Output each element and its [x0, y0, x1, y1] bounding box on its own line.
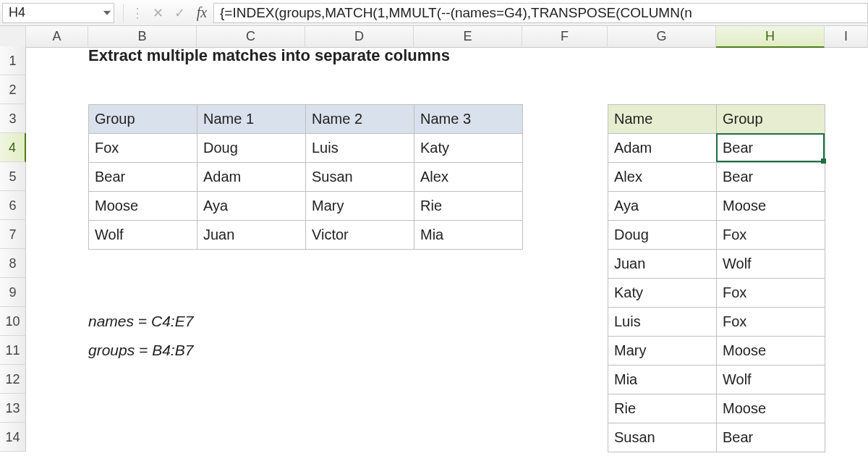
table-row: AlexBear — [608, 163, 825, 192]
table-header-row: Name Group — [608, 105, 825, 134]
lookup-table: Name Group AdamBear AlexBear AyaMoose Do… — [608, 104, 825, 452]
cell[interactable]: Wolf — [717, 250, 825, 279]
table-row: Fox Doug Luis Katy — [89, 134, 523, 163]
row-header-2[interactable]: 2 — [0, 75, 26, 104]
row-header-4[interactable]: 4 — [0, 133, 26, 162]
cell[interactable]: Moose — [717, 337, 825, 366]
row-header-8[interactable]: 8 — [0, 249, 26, 278]
cell[interactable]: Moose — [89, 192, 197, 221]
cell[interactable]: Mary — [306, 192, 414, 221]
col-header-C[interactable]: C — [197, 26, 305, 48]
note-groups: groups = B4:B7 — [88, 336, 193, 365]
cell[interactable]: Alex — [608, 163, 717, 192]
fx-icon[interactable]: fx — [190, 4, 213, 21]
separator — [123, 4, 124, 22]
row-header-12[interactable]: 12 — [0, 365, 26, 394]
table-row: LuisFox — [608, 308, 825, 337]
cell[interactable]: Aya — [608, 192, 717, 221]
formula-text: {=INDEX(groups,MATCH(1,MMULT(--(names=G4… — [220, 5, 692, 21]
cell[interactable]: Susan — [608, 423, 717, 452]
cell[interactable]: Juan — [197, 221, 306, 250]
cell[interactable]: Alex — [414, 163, 523, 192]
name-box-value: H4 — [9, 5, 25, 20]
table-row: JuanWolf — [608, 250, 825, 279]
cell[interactable]: Wolf — [89, 221, 197, 250]
cell[interactable]: Katy — [608, 279, 717, 308]
table-row: SusanBear — [608, 423, 825, 452]
row-header-11[interactable]: 11 — [0, 336, 26, 365]
row-header-1[interactable]: 1 — [0, 46, 26, 75]
row-header-3[interactable]: 3 — [0, 104, 26, 133]
cell[interactable]: Rie — [608, 394, 717, 423]
formula-bar: H4 ⋮ ✕ ✓ fx {=INDEX(groups,MATCH(1,MMULT… — [0, 0, 868, 26]
col-header-B[interactable]: B — [88, 26, 197, 48]
col-header-H[interactable]: H — [716, 26, 825, 48]
table-row: Wolf Juan Victor Mia — [89, 221, 523, 250]
cell[interactable]: Rie — [414, 192, 523, 221]
col-header-A[interactable]: A — [26, 26, 88, 48]
table-row: KatyFox — [608, 279, 825, 308]
col-header-group[interactable]: Group — [717, 105, 825, 134]
row-header-7[interactable]: 7 — [0, 220, 26, 249]
cell[interactable]: Juan — [608, 250, 717, 279]
cell[interactable]: Fox — [89, 134, 197, 163]
cell[interactable]: Mary — [608, 337, 717, 366]
cell[interactable]: Fox — [717, 221, 825, 250]
col-header-I[interactable]: I — [825, 26, 868, 48]
cell[interactable]: Wolf — [717, 366, 825, 394]
col-header-F[interactable]: F — [522, 26, 608, 48]
cell[interactable]: Bear — [89, 163, 197, 192]
cell[interactable]: Doug — [608, 221, 717, 250]
cell[interactable]: Bear — [717, 163, 825, 192]
cell-grid[interactable]: Extract multiple matches into separate c… — [26, 46, 868, 452]
cell[interactable]: Aya — [197, 192, 306, 221]
cell[interactable]: Mia — [414, 221, 523, 250]
groups-table: Group Name 1 Name 2 Name 3 Fox Doug Luis… — [88, 104, 523, 250]
table-row: MiaWolf — [608, 366, 825, 394]
cell[interactable]: Moose — [717, 394, 825, 423]
cell[interactable]: Moose — [717, 192, 825, 221]
table-row: Bear Adam Susan Alex — [89, 163, 523, 192]
col-header-name1[interactable]: Name 1 — [197, 105, 306, 134]
cell[interactable]: Luis — [608, 308, 717, 337]
cell[interactable]: Mia — [608, 366, 717, 394]
cell[interactable]: Katy — [414, 134, 523, 163]
cell[interactable]: Bear — [717, 134, 825, 163]
row-header-5[interactable]: 5 — [0, 162, 26, 191]
table-row: RieMoose — [608, 394, 825, 423]
cell[interactable]: Victor — [306, 221, 414, 250]
named-range-notes: names = C4:E7 groups = B4:B7 — [88, 307, 193, 365]
row-header-14[interactable]: 14 — [0, 423, 26, 452]
col-header-D[interactable]: D — [305, 26, 414, 48]
cancel-formula-button: ✕ — [147, 5, 169, 21]
row-header-13[interactable]: 13 — [0, 394, 26, 423]
col-header-name2[interactable]: Name 2 — [306, 105, 414, 134]
col-header-E[interactable]: E — [414, 26, 522, 48]
table-row: AdamBear — [608, 134, 825, 163]
cell[interactable]: Adam — [197, 163, 306, 192]
note-names: names = C4:E7 — [88, 307, 193, 336]
chevron-down-icon[interactable] — [103, 11, 111, 15]
row-headers: 1 2 3 4 5 6 7 8 9 10 11 12 13 14 — [0, 46, 26, 452]
table-row: MaryMoose — [608, 337, 825, 366]
dotted-separator: ⋮ — [128, 5, 147, 21]
row-header-10[interactable]: 10 — [0, 307, 26, 336]
cell[interactable]: Bear — [717, 423, 825, 452]
row-header-9[interactable]: 9 — [0, 278, 26, 307]
enter-formula-button: ✓ — [169, 5, 190, 21]
col-header-name3[interactable]: Name 3 — [414, 105, 523, 134]
cell[interactable]: Adam — [608, 134, 717, 163]
row-header-6[interactable]: 6 — [0, 191, 26, 220]
cell[interactable]: Fox — [717, 279, 825, 308]
col-header-group[interactable]: Group — [89, 105, 197, 134]
table-row: DougFox — [608, 221, 825, 250]
col-header-name[interactable]: Name — [608, 105, 717, 134]
cell[interactable]: Susan — [306, 163, 414, 192]
cell[interactable]: Fox — [717, 308, 825, 337]
formula-input[interactable]: {=INDEX(groups,MATCH(1,MMULT(--(names=G4… — [213, 3, 868, 23]
col-header-G[interactable]: G — [608, 26, 716, 48]
name-box[interactable]: H4 — [2, 3, 114, 23]
select-all-corner[interactable] — [0, 26, 26, 48]
cell[interactable]: Doug — [197, 134, 306, 163]
cell[interactable]: Luis — [306, 134, 414, 163]
